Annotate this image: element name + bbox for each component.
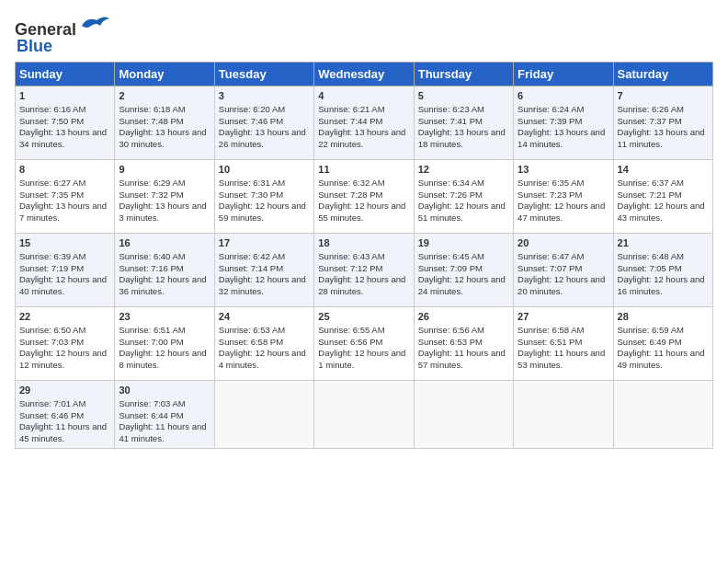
calendar-cell: 30Sunrise: 7:03 AMSunset: 6:44 PMDayligh… [115, 381, 214, 449]
sunset: Sunset: 7:12 PM [318, 263, 382, 273]
day-number: 29 [19, 384, 110, 397]
sunrise: Sunrise: 6:56 AM [418, 325, 484, 335]
day-number: 1 [19, 89, 110, 103]
calendar-cell: 18Sunrise: 6:43 AMSunset: 7:12 PMDayligh… [314, 234, 414, 307]
daylight: Daylight: 12 hours and 16 minutes. [618, 274, 705, 296]
calendar-cell [314, 381, 414, 449]
sunrise: Sunrise: 6:32 AM [318, 178, 384, 188]
calendar-cell: 23Sunrise: 6:51 AMSunset: 7:00 PMDayligh… [115, 307, 214, 381]
sunset: Sunset: 6:44 PM [119, 410, 183, 420]
day-number: 15 [19, 236, 110, 250]
sunset: Sunset: 6:51 PM [518, 337, 582, 347]
sunset: Sunset: 7:14 PM [219, 263, 283, 273]
sunrise: Sunrise: 6:37 AM [618, 178, 684, 188]
sunrise: Sunrise: 6:45 AM [418, 251, 484, 261]
day-number: 11 [318, 163, 409, 177]
sunset: Sunset: 7:30 PM [219, 190, 283, 200]
sunset: Sunset: 7:07 PM [518, 263, 582, 273]
day-number: 28 [618, 310, 709, 324]
day-number: 16 [119, 236, 210, 250]
calendar-day-header: Saturday [613, 63, 712, 86]
sunset: Sunset: 7:23 PM [518, 190, 582, 200]
calendar-cell: 27Sunrise: 6:58 AMSunset: 6:51 PMDayligh… [514, 307, 613, 381]
sunset: Sunset: 7:46 PM [219, 116, 283, 126]
day-number: 7 [618, 89, 709, 103]
day-number: 14 [618, 163, 709, 177]
sunrise: Sunrise: 6:18 AM [119, 104, 185, 114]
daylight: Daylight: 13 hours and 7 minutes. [19, 201, 107, 223]
daylight: Daylight: 13 hours and 14 minutes. [518, 127, 605, 149]
calendar-cell: 4Sunrise: 6:21 AMSunset: 7:44 PMDaylight… [314, 86, 414, 160]
sunset: Sunset: 7:35 PM [19, 190, 84, 200]
day-number: 19 [418, 236, 509, 250]
daylight: Daylight: 11 hours and 57 minutes. [418, 348, 506, 370]
sunset: Sunset: 7:16 PM [119, 263, 183, 273]
sunrise: Sunrise: 6:50 AM [19, 325, 85, 335]
sunset: Sunset: 6:46 PM [19, 410, 84, 420]
day-number: 3 [219, 89, 310, 103]
calendar-cell [214, 381, 313, 449]
daylight: Daylight: 13 hours and 18 minutes. [418, 127, 506, 149]
calendar-cell: 22Sunrise: 6:50 AMSunset: 7:03 PMDayligh… [16, 307, 115, 381]
daylight: Daylight: 12 hours and 43 minutes. [618, 201, 705, 223]
daylight: Daylight: 13 hours and 3 minutes. [119, 201, 206, 223]
calendar-cell: 24Sunrise: 6:53 AMSunset: 6:58 PMDayligh… [214, 307, 313, 381]
sunset: Sunset: 6:56 PM [318, 337, 382, 347]
calendar-day-header: Sunday [16, 63, 115, 86]
sunset: Sunset: 7:26 PM [418, 190, 483, 200]
calendar-cell: 19Sunrise: 6:45 AMSunset: 7:09 PMDayligh… [414, 234, 513, 307]
calendar-day-header: Tuesday [214, 63, 313, 86]
daylight: Daylight: 12 hours and 47 minutes. [518, 201, 605, 223]
daylight: Daylight: 13 hours and 22 minutes. [318, 127, 405, 149]
sunrise: Sunrise: 6:59 AM [618, 325, 684, 335]
sunrise: Sunrise: 6:16 AM [19, 104, 85, 114]
calendar-cell: 21Sunrise: 6:48 AMSunset: 7:05 PMDayligh… [613, 234, 712, 307]
day-number: 5 [418, 89, 509, 103]
sunrise: Sunrise: 6:27 AM [19, 178, 85, 188]
calendar-cell: 7Sunrise: 6:26 AMSunset: 7:37 PMDaylight… [613, 86, 712, 160]
daylight: Daylight: 13 hours and 11 minutes. [618, 127, 705, 149]
calendar-cell: 20Sunrise: 6:47 AMSunset: 7:07 PMDayligh… [514, 234, 613, 307]
daylight: Daylight: 11 hours and 45 minutes. [19, 421, 107, 443]
daylight: Daylight: 12 hours and 32 minutes. [219, 274, 306, 296]
sunrise: Sunrise: 6:20 AM [219, 104, 285, 114]
calendar-day-header: Friday [514, 63, 613, 86]
day-number: 21 [618, 236, 709, 250]
sunrise: Sunrise: 6:55 AM [318, 325, 384, 335]
sunrise: Sunrise: 7:03 AM [119, 398, 185, 408]
sunset: Sunset: 7:03 PM [19, 337, 84, 347]
day-number: 30 [119, 384, 210, 397]
day-number: 18 [318, 236, 409, 250]
calendar-cell: 17Sunrise: 6:42 AMSunset: 7:14 PMDayligh… [214, 234, 313, 307]
daylight: Daylight: 11 hours and 49 minutes. [618, 348, 705, 370]
daylight: Daylight: 12 hours and 1 minute. [318, 348, 405, 370]
daylight: Daylight: 13 hours and 30 minutes. [119, 127, 206, 149]
logo-general: General [15, 20, 76, 39]
sunrise: Sunrise: 7:01 AM [19, 398, 85, 408]
sunset: Sunset: 7:44 PM [318, 116, 382, 126]
sunrise: Sunrise: 6:58 AM [518, 325, 584, 335]
daylight: Daylight: 12 hours and 24 minutes. [418, 274, 506, 296]
daylight: Daylight: 13 hours and 34 minutes. [19, 127, 107, 149]
sunset: Sunset: 7:19 PM [19, 263, 84, 273]
day-number: 10 [219, 163, 310, 177]
calendar-day-header: Thursday [414, 63, 513, 86]
calendar-cell: 25Sunrise: 6:55 AMSunset: 6:56 PMDayligh… [314, 307, 414, 381]
daylight: Daylight: 12 hours and 51 minutes. [418, 201, 506, 223]
day-number: 26 [418, 310, 509, 324]
sunset: Sunset: 7:48 PM [119, 116, 183, 126]
calendar-cell: 29Sunrise: 7:01 AMSunset: 6:46 PMDayligh… [16, 381, 115, 449]
sunrise: Sunrise: 6:43 AM [318, 251, 384, 261]
day-number: 12 [418, 163, 509, 177]
sunset: Sunset: 7:00 PM [119, 337, 183, 347]
sunrise: Sunrise: 6:24 AM [518, 104, 584, 114]
sunrise: Sunrise: 6:21 AM [318, 104, 384, 114]
sunrise: Sunrise: 6:48 AM [618, 251, 684, 261]
day-number: 4 [318, 89, 409, 103]
sunrise: Sunrise: 6:51 AM [119, 325, 185, 335]
day-number: 8 [19, 163, 110, 177]
sunset: Sunset: 7:37 PM [618, 116, 682, 126]
daylight: Daylight: 12 hours and 55 minutes. [318, 201, 405, 223]
day-number: 2 [119, 89, 210, 103]
calendar-day-header: Wednesday [314, 63, 414, 86]
